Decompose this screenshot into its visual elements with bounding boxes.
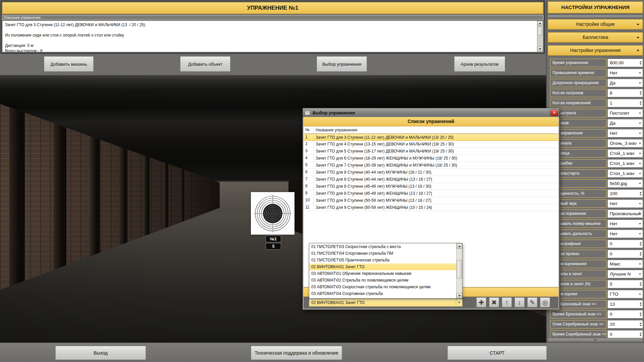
- setting-value-field[interactable]: Пистолет: [607, 109, 643, 117]
- dropdown-arrow-icon[interactable]: [639, 119, 641, 127]
- spinner-down-icon[interactable]: [640, 94, 642, 95]
- scroll-down-icon[interactable]: [537, 47, 543, 52]
- support-button[interactable]: Техническая поддержка и обновление: [251, 346, 342, 360]
- setting-value-field[interactable]: 0: [607, 310, 643, 318]
- dropdown-arrow-icon[interactable]: [639, 129, 641, 137]
- setting-value-field[interactable]: Стоп_1.wav: [607, 169, 643, 178]
- exercise-row[interactable]: 5 Зачет ГТО для 7 Ступени (30-39 лет) ЖЕ…: [304, 162, 558, 169]
- dropdown-arrow-icon[interactable]: [639, 290, 641, 298]
- exercise-row[interactable]: 2 Зачет ГТО для 4 Ступени (13-15 лет) ДЕ…: [304, 141, 558, 148]
- setting-value-field[interactable]: Макс: [607, 260, 643, 268]
- accordion-section[interactable]: Настройки упражнения: [548, 45, 643, 56]
- spinner-arrows[interactable]: [640, 89, 642, 97]
- popup-item[interactable]: 03 АВТОМАТ\03 Скоростная стрельба по поя…: [309, 284, 457, 290]
- popup-item[interactable]: 03 АВТОМАТ\02 Стрельба по появляющимся ц…: [309, 277, 457, 284]
- setting-value-field[interactable]: 9x50.jpg: [607, 179, 643, 188]
- setting-value-field[interactable]: 8: [607, 89, 643, 97]
- spinner-down-icon[interactable]: [640, 285, 642, 286]
- scroll-up-icon[interactable]: [457, 243, 462, 249]
- spinner-down-icon[interactable]: [640, 254, 642, 256]
- popup-item[interactable]: 02 ВИНТОВКА\01 Зачет ГТО: [309, 263, 457, 270]
- dropdown-arrow-icon[interactable]: [639, 270, 641, 278]
- scroll-thumb[interactable]: [457, 260, 462, 278]
- spinner-arrows[interactable]: [640, 59, 642, 67]
- dropdown-arrow-icon[interactable]: [639, 260, 641, 268]
- spinner-down-icon[interactable]: [640, 194, 642, 195]
- setting-value-field[interactable]: Нет: [607, 230, 643, 238]
- accordion-section[interactable]: Баллистика: [548, 32, 643, 43]
- add-button[interactable]: ✚: [476, 297, 486, 307]
- spinner-arrows[interactable]: [640, 99, 642, 107]
- spinner-up-icon[interactable]: [640, 192, 642, 193]
- setting-value-field[interactable]: Нет: [607, 220, 643, 228]
- setting-value-field[interactable]: Нет: [607, 199, 643, 208]
- dropdown-arrow-icon[interactable]: [639, 220, 641, 228]
- sidebar-scroll-down[interactable]: [548, 338, 643, 342]
- delete-button[interactable]: ✖: [489, 297, 499, 307]
- setting-value-field[interactable]: Стой_1.wav: [607, 149, 643, 158]
- dropdown-arrow-icon[interactable]: [639, 210, 641, 218]
- spinner-arrows[interactable]: [640, 300, 642, 308]
- spinner-arrows[interactable]: [640, 310, 642, 318]
- setting-value-field[interactable]: Произвольный: [607, 209, 643, 218]
- aim-button[interactable]: ◎: [540, 297, 550, 307]
- popup-item[interactable]: 03 АВТОМАТ\01 Обучение первоначальным на…: [309, 270, 457, 277]
- accordion-section[interactable]: Настройки общие: [548, 19, 643, 29]
- popup-scrollbar[interactable]: [456, 243, 462, 298]
- exercise-row[interactable]: 8 Зачет ГТО для 8 Ступени (45-49 лет) МУ…: [304, 183, 558, 190]
- spinner-down-icon[interactable]: [640, 104, 642, 105]
- dropdown-arrow-icon[interactable]: [639, 230, 641, 238]
- popup-item[interactable]: 01 ПИСТОЛЕТ\03 Скоростная стрельба с мес…: [309, 243, 457, 250]
- spinner-up-icon[interactable]: [640, 333, 642, 334]
- results-archive-button[interactable]: Архив результатов: [454, 56, 505, 72]
- spinner-up-icon[interactable]: [640, 91, 642, 93]
- description-text[interactable]: Зачет ГТО для 3 Ступени (11-12 лет) ДЕВО…: [2, 20, 543, 52]
- setting-value-field[interactable]: 20: [607, 320, 643, 328]
- dropdown-arrow-icon[interactable]: [639, 69, 641, 77]
- close-button[interactable]: ✕: [550, 110, 558, 116]
- spinner-arrows[interactable]: [640, 190, 642, 197]
- scroll-thumb[interactable]: [538, 26, 542, 35]
- scroll-up-icon[interactable]: [537, 21, 543, 26]
- spinner-arrows[interactable]: [640, 240, 642, 248]
- dropdown-arrow-icon[interactable]: [639, 149, 641, 157]
- exercise-row[interactable]: 7 Зачет ГТО для 8 Ступени (40-44 лет) ЖЕ…: [304, 176, 558, 183]
- setting-value-field[interactable]: 600.00: [607, 59, 643, 67]
- setting-value-field[interactable]: Стоп_1.wav: [607, 159, 643, 168]
- exercise-row[interactable]: 9 Зачет ГТО для 8 Ступени (45-49 лет) ЖЕ…: [304, 190, 558, 197]
- setting-value-field[interactable]: ГТО: [607, 290, 643, 298]
- spinner-up-icon[interactable]: [640, 322, 642, 324]
- add-object-button[interactable]: Добавить объект: [180, 56, 230, 72]
- dropdown-arrow-icon[interactable]: [639, 79, 641, 87]
- dropdown-arrow-icon[interactable]: [639, 139, 641, 147]
- spinner-up-icon[interactable]: [640, 61, 642, 62]
- dropdown-arrow-icon[interactable]: [639, 109, 641, 117]
- setting-value-field[interactable]: 0: [607, 330, 643, 339]
- spinner-up-icon[interactable]: [640, 242, 642, 243]
- exercise-row[interactable]: 6 Зачет ГТО для 8 Ступени (40-44 лет) МУ…: [304, 169, 558, 176]
- edit-button[interactable]: ✎: [527, 297, 537, 307]
- move-down-button[interactable]: ↓: [515, 297, 525, 307]
- setting-value-field[interactable]: Да: [607, 79, 643, 87]
- spinner-up-icon[interactable]: [640, 252, 642, 253]
- exercise-row[interactable]: 11 Зачет ГТО для 9 Ступени (50-59 лет) Ж…: [304, 204, 558, 211]
- setting-value-field[interactable]: 1: [607, 99, 643, 107]
- setting-value-field[interactable]: 0: [607, 250, 643, 258]
- move-up-button[interactable]: ↑: [502, 297, 512, 307]
- spinner-arrows[interactable]: [640, 320, 642, 328]
- setting-value-field[interactable]: Нет: [607, 69, 643, 77]
- popup-item[interactable]: 01 ПИСТОЛЕТ\04 Спортивная стрельба ПМ: [309, 250, 457, 257]
- setting-value-field[interactable]: 13: [607, 300, 643, 308]
- sidebar-scroll-track[interactable]: [548, 15, 643, 18]
- setting-value-field[interactable]: 100: [607, 189, 643, 198]
- spinner-arrows[interactable]: [640, 280, 642, 288]
- exercise-row[interactable]: 10 Зачет ГТО для 9 Ступени (50-59 лет) М…: [304, 197, 558, 204]
- add-target-button[interactable]: Добавить мишень: [44, 56, 94, 72]
- spinner-down-icon[interactable]: [640, 305, 642, 306]
- setting-value-field[interactable]: Да: [607, 119, 643, 127]
- exit-button[interactable]: Выход: [55, 346, 146, 360]
- dialog-titlebar[interactable]: Выбор упражнения: [303, 108, 559, 117]
- spinner-up-icon[interactable]: [640, 101, 642, 103]
- spinner-down-icon[interactable]: [640, 325, 642, 326]
- dropdown-arrow-icon[interactable]: [639, 170, 641, 177]
